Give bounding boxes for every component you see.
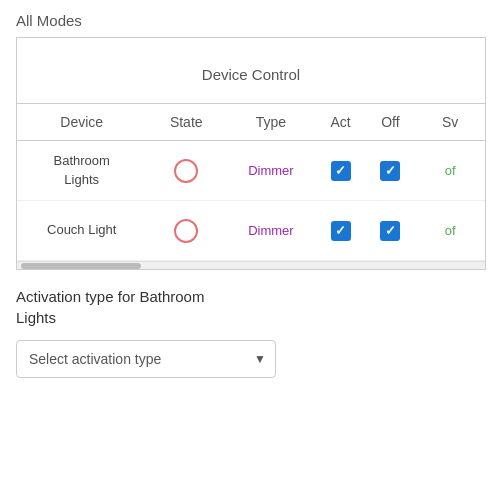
device-control-header: Device Control — [17, 38, 485, 104]
act-checkbox-checked[interactable] — [331, 161, 351, 181]
act-checkbox-bathroom[interactable] — [316, 153, 366, 189]
activation-type-label: Activation type for Bathroom Lights — [16, 286, 485, 328]
type-dimmer-label: Dimmer — [248, 163, 294, 178]
off-checkbox-checked[interactable] — [380, 161, 400, 181]
table-row: Couch Light Dimmer of — [17, 201, 485, 261]
off-checkbox-checked[interactable] — [380, 221, 400, 241]
all-modes-label: All Modes — [0, 8, 501, 37]
sv-bathroom: of — [415, 155, 485, 186]
sv-couch: of — [415, 215, 485, 246]
state-circle-bathroom[interactable] — [146, 151, 226, 191]
act-checkbox-couch[interactable] — [316, 213, 366, 249]
type-bathroom: Dimmer — [226, 155, 316, 186]
horizontal-scrollbar[interactable] — [17, 261, 485, 269]
col-header-act: Act — [316, 104, 366, 140]
activation-type-select-wrapper[interactable]: Select activation type Immediate Delayed… — [16, 340, 276, 378]
device-control-table: Device Control Device State Type Act Off… — [0, 37, 501, 270]
device-name-couch-light: Couch Light — [17, 213, 146, 247]
device-name-bathroom-lights: Bathroom Lights — [17, 144, 146, 196]
type-dimmer-label: Dimmer — [248, 223, 294, 238]
act-checkbox-checked[interactable] — [331, 221, 351, 241]
activation-type-select[interactable]: Select activation type Immediate Delayed… — [16, 340, 276, 378]
col-header-type: Type — [226, 104, 316, 140]
type-couch: Dimmer — [226, 215, 316, 246]
col-header-sv: Sv — [415, 104, 485, 140]
col-header-off: Off — [365, 104, 415, 140]
horizontal-scrollbar-thumb[interactable] — [21, 263, 141, 269]
col-header-device: Device — [17, 104, 146, 140]
table-row: Bathroom Lights Dimmer of — [17, 141, 485, 201]
state-circle-icon[interactable] — [174, 159, 198, 183]
bottom-section: Activation type for Bathroom Lights Sele… — [0, 270, 501, 378]
off-checkbox-couch[interactable] — [365, 213, 415, 249]
state-circle-couch[interactable] — [146, 211, 226, 251]
col-header-state: State — [146, 104, 226, 140]
off-checkbox-bathroom[interactable] — [365, 153, 415, 189]
state-circle-icon[interactable] — [174, 219, 198, 243]
column-headers: Device State Type Act Off Sv — [17, 104, 485, 141]
